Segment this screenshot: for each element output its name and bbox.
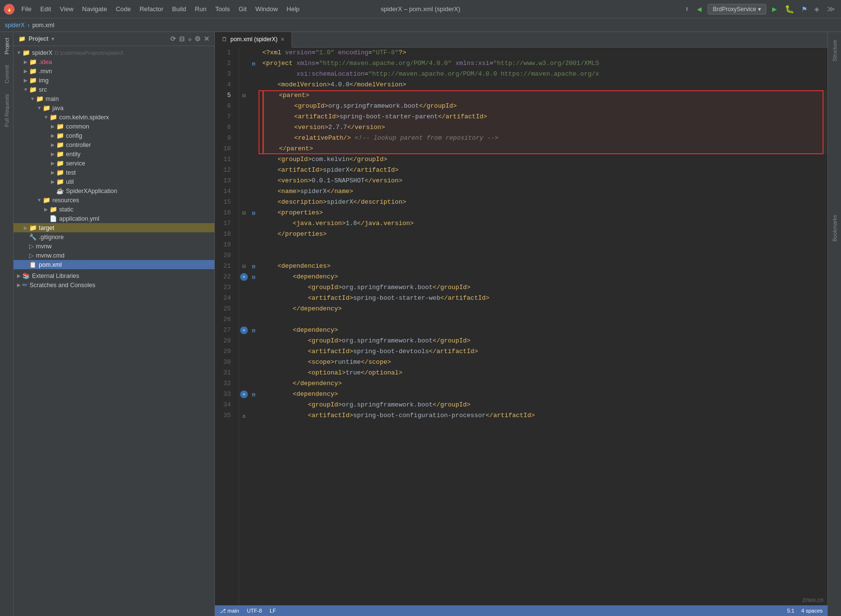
debug-icon[interactable]: 🐛 xyxy=(783,3,796,15)
tree-util[interactable]: ▶ 📁 util xyxy=(14,177,214,186)
run-config-dropdown-icon[interactable]: ▾ xyxy=(758,6,761,13)
fold-parent-icon[interactable]: ⊟ xyxy=(242,90,245,101)
run-icon[interactable]: ▶ xyxy=(770,3,779,15)
tree-config[interactable]: ▶ 📁 config xyxy=(14,131,214,140)
tree-img[interactable]: ▶ 📁 img xyxy=(14,76,214,85)
tree-common[interactable]: ▶ 📁 common xyxy=(14,122,214,131)
menu-run[interactable]: Run xyxy=(191,3,210,15)
code-line-17[interactable]: <java.version>1.8</java.version> xyxy=(262,218,827,229)
tree-test[interactable]: ▶ 📁 test xyxy=(14,168,214,177)
fold-properties-icon[interactable]: ⊟ xyxy=(242,208,245,218)
code-line-34[interactable]: <groupId>org.springframework.boot</group… xyxy=(262,400,827,410)
code-line-21[interactable]: <dependencies> xyxy=(262,261,827,272)
code-line-31[interactable]: <optional>true</optional> xyxy=(262,368,827,378)
code-line-1[interactable]: <?xml version="1.0" encoding="UTF-8"?> xyxy=(262,48,827,58)
menu-window[interactable]: Window xyxy=(252,3,282,15)
code-line-25[interactable]: </dependency> xyxy=(262,304,827,314)
sidebar-dropdown-icon[interactable]: ▾ xyxy=(51,36,54,42)
sidebar-item-project[interactable]: Project xyxy=(2,35,12,57)
menu-navigate[interactable]: Navigate xyxy=(78,3,111,15)
tree-idea[interactable]: ▶ 📁 .idea xyxy=(14,57,214,66)
code-line-6[interactable]: <groupId>org.springframework.boot</group… xyxy=(262,101,827,112)
tree-external-libs[interactable]: ▶ 📚 External Libraries xyxy=(14,271,214,280)
tree-mvnw[interactable]: ▶ ▷ mvnw xyxy=(14,242,214,251)
fold-deps-icon[interactable]: ⊟ xyxy=(242,261,245,272)
code-line-5[interactable]: <parent> xyxy=(262,90,827,101)
sidebar-item-pull-requests[interactable]: Pull Requests xyxy=(2,91,12,130)
code-line-30[interactable]: <scope>runtime</scope> xyxy=(262,357,827,368)
code-line-7[interactable]: <artifactId>spring-boot-starter-parent</… xyxy=(262,112,827,122)
code-line-13[interactable]: <version>0.0.1-SNAPSHOT</version> xyxy=(262,176,827,186)
breadcrumb-project[interactable]: spiderX xyxy=(5,22,25,29)
menu-view[interactable]: View xyxy=(56,3,77,15)
menu-build[interactable]: Build xyxy=(168,3,190,15)
indent-settings[interactable]: 4 spaces xyxy=(801,608,823,614)
tree-entity[interactable]: ▶ 📁 entity xyxy=(14,149,214,159)
tree-src[interactable]: ▼ 📁 src xyxy=(14,85,214,94)
tree-controller[interactable]: ▶ 📁 controller xyxy=(14,140,214,149)
sidebar-item-commit[interactable]: Commit xyxy=(2,62,12,86)
menu-help[interactable]: Help xyxy=(283,3,304,15)
code-line-4[interactable]: <modelVersion>4.0.0</modelVersion> xyxy=(262,80,827,90)
menu-refactor[interactable]: Refactor xyxy=(136,3,167,15)
tab-close-icon[interactable]: ✕ xyxy=(280,36,285,43)
code-line-24[interactable]: <artifactId>spring-boot-starter-web</art… xyxy=(262,293,827,304)
code-line-20[interactable] xyxy=(262,250,827,261)
coverage-icon[interactable]: ⚑ xyxy=(800,3,809,15)
sync-icon[interactable]: ⟳ xyxy=(170,35,176,43)
code-line-23[interactable]: <groupId>org.springframework.boot</group… xyxy=(262,282,827,293)
tree-gitignore[interactable]: ▶ 🔧 .gitignore xyxy=(14,232,214,242)
code-line-14[interactable]: <name>spiderX</name> xyxy=(262,186,827,197)
tree-package[interactable]: ▼ 📁 com.kelvin.spiderx xyxy=(14,113,214,122)
tree-static[interactable]: ▶ 📁 static xyxy=(14,205,214,214)
code-line-8[interactable]: <version>2.7.7</version> xyxy=(262,122,827,133)
tree-target[interactable]: ▶ 📁 target xyxy=(14,223,214,232)
tree-service[interactable]: ▶ 📁 service xyxy=(14,159,214,168)
profile-icon[interactable]: ◈ xyxy=(812,3,821,15)
more-icon[interactable]: ≫ xyxy=(825,3,837,15)
code-line-18[interactable]: </properties> xyxy=(262,229,827,240)
tree-mvn[interactable]: ▶ 📁 .mvn xyxy=(14,66,214,76)
code-lines[interactable]: <?xml version="1.0" encoding="UTF-8"?> <… xyxy=(259,48,827,605)
code-line-16[interactable]: <properties> xyxy=(262,208,827,218)
code-line-35[interactable]: <artifactId>spring-boot-configuration-pr… xyxy=(262,410,827,421)
code-line-9[interactable]: <relativePath/> <!-- lookup parent from … xyxy=(262,133,827,144)
structure-panel-tab[interactable]: Structure xyxy=(830,37,840,65)
settings-icon[interactable]: ⚙ xyxy=(194,35,201,43)
run-config-button[interactable]: BrdProxyService ▾ xyxy=(708,4,766,15)
menu-git[interactable]: Git xyxy=(235,3,251,15)
tree-spiderx-app[interactable]: ▶ ☕ SpiderXApplication xyxy=(14,186,214,195)
git-branch[interactable]: ⎇ main xyxy=(220,608,239,614)
code-line-22[interactable]: <dependency> xyxy=(262,272,827,282)
code-line-27[interactable]: <dependency> xyxy=(262,325,827,336)
code-line-3[interactable]: xsi:schemaLocation="http://maven.apache.… xyxy=(262,69,827,80)
code-line-28[interactable]: <groupId>org.springframework.boot</group… xyxy=(262,336,827,346)
menu-tools[interactable]: Tools xyxy=(211,3,234,15)
code-line-32[interactable]: </dependency> xyxy=(262,378,827,389)
vcs-icon[interactable]: ⬆ xyxy=(682,3,691,15)
tree-main[interactable]: ▼ 📁 main xyxy=(14,94,214,103)
tree-scratches[interactable]: ▶ ✏ Scratches and Consoles xyxy=(14,280,214,290)
code-line-19[interactable] xyxy=(262,240,827,250)
tree-resources[interactable]: ▼ 📁 resources xyxy=(14,195,214,205)
code-line-15[interactable]: <description>spiderX</description> xyxy=(262,197,827,208)
code-line-29[interactable]: <artifactId>spring-boot-devtools</artifa… xyxy=(262,346,827,357)
menu-code[interactable]: Code xyxy=(112,3,135,15)
expand-icon[interactable]: ⬦ xyxy=(188,35,192,43)
tree-pom-xml[interactable]: ▶ 📋 pom.xml xyxy=(14,260,214,269)
breadcrumb-file[interactable]: pom.xml xyxy=(32,22,54,29)
code-line-2[interactable]: <project xmlns="http://maven.apache.org/… xyxy=(262,58,827,69)
bookmarks-panel-tab[interactable]: Bookmarks xyxy=(830,212,840,244)
code-line-11[interactable]: <groupId>com.kelvin</groupId> xyxy=(262,154,827,165)
menu-edit[interactable]: Edit xyxy=(36,3,55,15)
nav-back-icon[interactable]: ◀ xyxy=(695,3,704,15)
tab-pom-xml[interactable]: 🗒 pom.xml (spiderX) ✕ xyxy=(215,32,292,48)
close-sidebar-icon[interactable]: ✕ xyxy=(204,35,210,43)
tree-java[interactable]: ▼ 📁 java xyxy=(14,103,214,113)
tree-mvnw-cmd[interactable]: ▶ ▷ mvnw.cmd xyxy=(14,251,214,260)
tree-application-yml[interactable]: ▶ 📄 application.yml xyxy=(14,214,214,223)
menu-file[interactable]: File xyxy=(17,3,35,15)
code-line-12[interactable]: <artifactId>spiderX</artifactId> xyxy=(262,165,827,176)
tree-root[interactable]: ▼ 📁 spiderX D:\code\IdeaProjects\spiderX xyxy=(14,48,214,57)
collapse-all-icon[interactable]: ⊟ xyxy=(179,35,185,43)
